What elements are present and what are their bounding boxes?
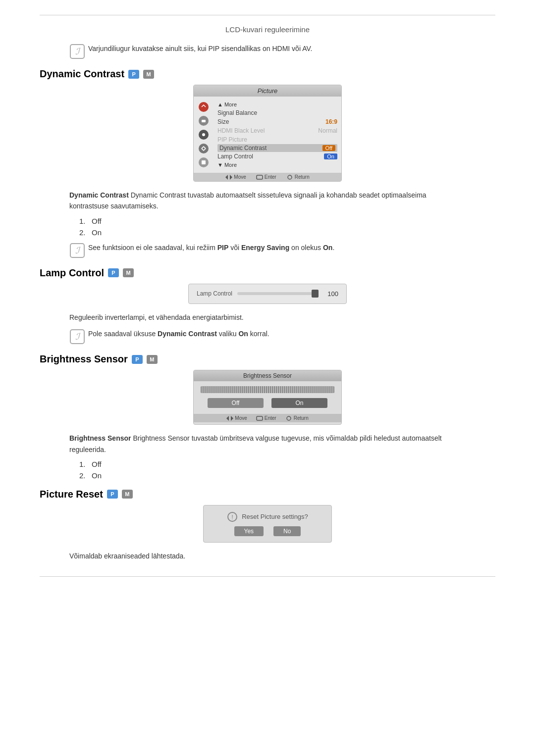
menu-row-lamp: Lamp Control On: [217, 152, 337, 161]
menu-icon-5: [197, 157, 211, 168]
dynamic-contrast-heading: Dynamic Contrast P M: [40, 68, 495, 80]
top-rule: [40, 15, 495, 15]
lamp-control-desc: Reguleerib inverterlampi, et vähendada e…: [69, 312, 466, 323]
badge-p-lamp: P: [108, 268, 119, 277]
dynamic-contrast-label: Dynamic Contrast: [40, 68, 124, 80]
brightness-footer-enter: Enter: [256, 415, 276, 421]
menu-footer-return: Return: [286, 174, 310, 180]
lamp-slider-thumb: [312, 290, 319, 298]
markus-icon-2: ℐ: [69, 243, 85, 258]
reset-buttons: Yes No: [234, 526, 301, 536]
lamp-control-heading: Lamp Control P M: [40, 267, 495, 279]
svg-text:ℐ: ℐ: [75, 332, 81, 342]
brightness-sensor-heading: Brightness Sensor P M: [40, 353, 495, 365]
lamp-slider-row: Lamp Control 100: [197, 290, 338, 298]
menu-footer-enter: Enter: [256, 174, 276, 180]
picture-reset-heading: Picture Reset P M: [40, 489, 495, 500]
svg-marker-18: [226, 416, 229, 421]
markus-text-1: Varjundiliugur kuvatakse ainult siis, ku…: [88, 44, 312, 54]
menu-body: ▲ More Signal Balance Size 16:9 HDMI Bla…: [194, 97, 341, 173]
menu-content: ▲ More Signal Balance Size 16:9 HDMI Bla…: [214, 100, 341, 170]
svg-text:!: !: [231, 513, 233, 521]
lamp-control-label: Lamp Control: [40, 267, 104, 279]
picture-reset-desc: Võimaldab ekraaniseaded lähtestada.: [69, 551, 466, 561]
brightness-btn-off[interactable]: Off: [208, 398, 264, 408]
svg-marker-19: [231, 416, 233, 421]
markus-icon-1: ℐ: [69, 44, 85, 59]
page-title: LCD-kuvari reguleerimine: [40, 25, 495, 34]
menu-row-size: Size 16:9: [217, 117, 337, 126]
menu-row-more-bottom: ▼ More: [217, 161, 337, 169]
svg-rect-2: [202, 120, 206, 122]
lamp-slider-value: 100: [323, 290, 338, 298]
list-item: 1.Off: [79, 217, 495, 225]
svg-point-21: [287, 416, 291, 420]
brightness-btn-on[interactable]: On: [271, 398, 327, 408]
menu-icons: [194, 100, 214, 170]
reset-btn-no[interactable]: No: [273, 526, 301, 536]
svg-rect-9: [202, 160, 206, 164]
bottom-rule: [40, 576, 495, 577]
badge-m-dynamic: M: [143, 70, 154, 79]
brightness-sensor-mockup: Brightness Sensor Off On Move Enter Retu…: [193, 370, 342, 425]
list-item: 2.On: [79, 228, 495, 237]
menu-row-dynamic: Dynamic Contrast Off: [217, 144, 337, 152]
brightness-sensor-list: 1.Off 2.On: [79, 460, 495, 480]
picture-reset-mockup: ! Reset Picture settings? Yes No: [203, 505, 332, 543]
menu-footer-move: Move: [225, 174, 246, 180]
badge-p-reset: P: [107, 490, 118, 499]
brightness-buttons: Off On: [208, 398, 327, 408]
brightness-footer: Move Enter Return: [194, 414, 341, 422]
menu-row-pip: PIP Picture: [217, 135, 337, 144]
svg-rect-20: [257, 416, 263, 420]
svg-marker-10: [225, 175, 228, 180]
markus-text-2: See funktsioon ei ole saadaval, kui reži…: [88, 243, 334, 253]
menu-row-hdmi: HDMI Black Level Normal: [217, 126, 337, 135]
dynamic-contrast-desc: Dynamic Contrast Dynamic Contrast tuvast…: [69, 190, 466, 212]
badge-p-brightness: P: [132, 355, 143, 364]
brightness-footer-move: Move: [226, 415, 247, 421]
menu-icon-2: [197, 115, 211, 126]
dynamic-contrast-list: 1.Off 2.On: [79, 217, 495, 237]
reset-header: ! Reset Picture settings?: [227, 511, 308, 522]
markus-icon-3: ℐ: [69, 329, 85, 345]
menu-footer: Move Enter Return: [194, 173, 341, 181]
markus-text-3: Pole saadaval üksuse Dynamic Contrast va…: [88, 329, 269, 339]
menu-row-more-top: ▲ More: [217, 101, 337, 108]
svg-point-13: [288, 175, 292, 179]
svg-point-4: [202, 147, 205, 150]
brightness-sensor-desc: Brightness Sensor Brightness Sensor tuva…: [69, 433, 466, 455]
svg-text:ℐ: ℐ: [75, 47, 81, 56]
picture-reset-label: Picture Reset: [40, 489, 103, 500]
svg-rect-12: [257, 175, 263, 179]
menu-title: Picture: [194, 85, 341, 97]
lamp-slider-track: [237, 292, 319, 295]
menu-icon-4: [197, 143, 211, 154]
badge-m-reset: M: [122, 490, 133, 499]
brightness-sensor-label: Brightness Sensor: [40, 353, 128, 365]
reset-btn-yes[interactable]: Yes: [234, 526, 264, 536]
badge-p-dynamic: P: [128, 70, 139, 79]
brightness-bar-area: Off On: [194, 381, 341, 414]
markus-block-3: ℐ Pole saadaval üksuse Dynamic Contrast …: [69, 329, 495, 345]
lamp-slider-label: Lamp Control: [197, 290, 232, 297]
menu-icon-1: [197, 101, 211, 112]
markus-block-2: ℐ See funktsioon ei ole saadaval, kui re…: [69, 243, 495, 258]
brightness-bar: [201, 386, 334, 393]
svg-text:ℐ: ℐ: [75, 246, 81, 255]
reset-dialog-text: Reset Picture settings?: [242, 513, 308, 520]
badge-m-lamp: M: [123, 268, 134, 277]
markus-block-1: ℐ Varjundiliugur kuvatakse ainult siis, …: [69, 44, 495, 59]
menu-icon-3: [197, 129, 211, 140]
badge-m-brightness: M: [147, 355, 158, 364]
svg-marker-11: [230, 175, 232, 180]
brightness-footer-return: Return: [285, 415, 309, 421]
svg-point-3: [202, 133, 205, 136]
list-item: 2.On: [79, 471, 495, 480]
dynamic-contrast-menu: Picture: [193, 85, 342, 182]
list-item: 1.Off: [79, 460, 495, 468]
brightness-sensor-title: Brightness Sensor: [194, 370, 341, 381]
lamp-control-slider: Lamp Control 100: [188, 284, 347, 304]
reset-icon: !: [227, 511, 238, 522]
page-container: LCD-kuvari reguleerimine ℐ Varjundiliugu…: [0, 0, 535, 592]
